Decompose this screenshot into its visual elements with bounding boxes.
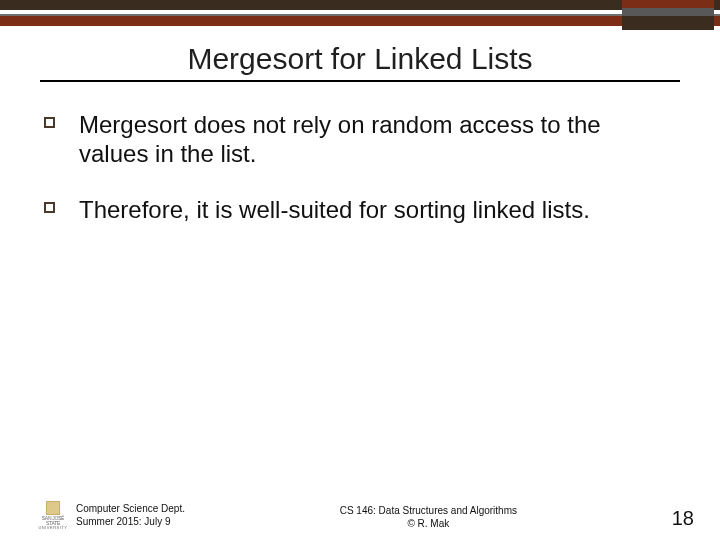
footer-left-line1: Computer Science Dept. <box>76 503 185 516</box>
footer-left-text: Computer Science Dept. Summer 2015: July… <box>76 503 185 528</box>
bullet-text: Mergesort does not rely on random access… <box>79 110 664 169</box>
ribbon-dark <box>622 16 714 30</box>
decorative-top-bars <box>0 0 720 26</box>
slide: Mergesort for Linked Lists Mergesort doe… <box>0 0 720 540</box>
footer-center-line2: © R. Mak <box>298 518 558 531</box>
ribbon-gray <box>622 8 714 16</box>
bullet-item: Therefore, it is well-suited for sorting… <box>44 195 664 224</box>
footer: SAN JOSÉ STATE UNIVERSITY Computer Scien… <box>0 501 720 530</box>
footer-center-line1: CS 146: Data Structures and Algorithms <box>298 505 558 518</box>
page-number: 18 <box>672 507 694 530</box>
logo-mark-icon <box>46 501 60 515</box>
sjsu-logo: SAN JOSÉ STATE UNIVERSITY <box>38 501 68 530</box>
ribbon-red <box>622 0 714 8</box>
slide-title: Mergesort for Linked Lists <box>0 42 720 76</box>
title-rule <box>40 80 680 82</box>
bullet-box-icon <box>44 117 55 128</box>
bullet-item: Mergesort does not rely on random access… <box>44 110 664 169</box>
logo-text: SAN JOSÉ STATE UNIVERSITY <box>38 516 68 530</box>
bar-dark <box>0 0 720 10</box>
bullet-text: Therefore, it is well-suited for sorting… <box>79 195 590 224</box>
footer-left-line2: Summer 2015: July 9 <box>76 516 185 529</box>
title-wrap: Mergesort for Linked Lists <box>0 26 720 88</box>
bar-red <box>0 16 720 26</box>
footer-left: SAN JOSÉ STATE UNIVERSITY Computer Scien… <box>38 501 185 530</box>
content-area: Mergesort does not rely on random access… <box>0 88 720 540</box>
footer-center-text: CS 146: Data Structures and Algorithms ©… <box>298 505 558 530</box>
ribbon-tail <box>622 0 714 30</box>
bullet-box-icon <box>44 202 55 213</box>
logo-line2: UNIVERSITY <box>38 526 68 530</box>
